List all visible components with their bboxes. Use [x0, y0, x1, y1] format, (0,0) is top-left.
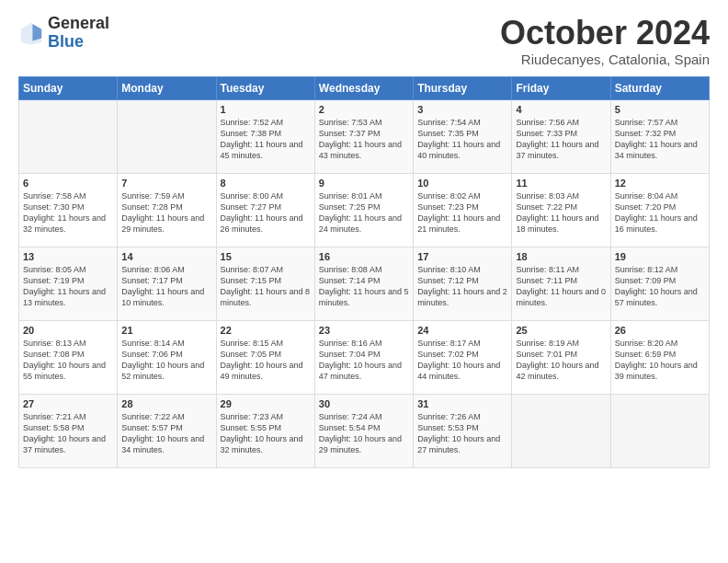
- day-info: Sunrise: 8:04 AM Sunset: 7:20 PM Dayligh…: [615, 190, 705, 236]
- day-info: Sunrise: 8:07 AM Sunset: 7:15 PM Dayligh…: [221, 264, 311, 309]
- day-number: 6: [23, 178, 113, 189]
- calendar-cell: 12Sunrise: 8:04 AM Sunset: 7:20 PM Dayli…: [610, 173, 709, 247]
- col-thursday: Thursday: [414, 76, 512, 99]
- calendar-cell: 31Sunrise: 7:26 AM Sunset: 5:53 PM Dayli…: [414, 394, 512, 467]
- day-number: 11: [516, 178, 606, 189]
- day-number: 31: [417, 398, 507, 409]
- day-number: 22: [221, 325, 311, 336]
- calendar-cell: 20Sunrise: 8:13 AM Sunset: 7:08 PM Dayli…: [19, 320, 118, 394]
- calendar-cell: 14Sunrise: 8:06 AM Sunset: 7:17 PM Dayli…: [118, 247, 216, 320]
- day-info: Sunrise: 7:53 AM Sunset: 7:37 PM Dayligh…: [319, 117, 409, 162]
- day-number: 4: [516, 104, 606, 115]
- day-info: Sunrise: 7:22 AM Sunset: 5:57 PM Dayligh…: [121, 411, 211, 456]
- day-number: 8: [221, 178, 311, 189]
- calendar-cell: 16Sunrise: 8:08 AM Sunset: 7:14 PM Dayli…: [314, 247, 413, 320]
- day-number: 21: [121, 325, 211, 336]
- day-number: 14: [121, 251, 211, 262]
- day-number: 26: [615, 325, 705, 336]
- calendar-cell: 17Sunrise: 8:10 AM Sunset: 7:12 PM Dayli…: [414, 247, 512, 320]
- calendar-cell: 9Sunrise: 8:01 AM Sunset: 7:25 PM Daylig…: [314, 173, 413, 247]
- calendar-cell: 4Sunrise: 7:56 AM Sunset: 7:33 PM Daylig…: [512, 99, 610, 173]
- day-number: 5: [615, 104, 705, 115]
- day-number: 7: [121, 178, 211, 189]
- month-title: October 2024: [500, 15, 710, 52]
- calendar-week-1: 1Sunrise: 7:52 AM Sunset: 7:38 PM Daylig…: [19, 99, 710, 173]
- day-number: 19: [615, 251, 705, 262]
- day-number: 24: [417, 325, 507, 336]
- day-info: Sunrise: 8:15 AM Sunset: 7:05 PM Dayligh…: [221, 338, 311, 383]
- day-info: Sunrise: 8:03 AM Sunset: 7:22 PM Dayligh…: [516, 190, 606, 236]
- day-info: Sunrise: 8:17 AM Sunset: 7:02 PM Dayligh…: [417, 338, 507, 383]
- calendar-cell: 22Sunrise: 8:15 AM Sunset: 7:05 PM Dayli…: [216, 320, 314, 394]
- day-info: Sunrise: 8:16 AM Sunset: 7:04 PM Dayligh…: [319, 338, 409, 383]
- calendar-cell: 27Sunrise: 7:21 AM Sunset: 5:58 PM Dayli…: [19, 394, 118, 467]
- day-number: 17: [417, 251, 507, 262]
- calendar-body: 1Sunrise: 7:52 AM Sunset: 7:38 PM Daylig…: [19, 99, 710, 467]
- day-info: Sunrise: 8:10 AM Sunset: 7:12 PM Dayligh…: [417, 264, 507, 309]
- calendar-cell: [610, 394, 709, 467]
- day-info: Sunrise: 8:19 AM Sunset: 7:01 PM Dayligh…: [516, 338, 606, 383]
- day-number: 12: [615, 178, 705, 189]
- day-number: 23: [319, 325, 409, 336]
- day-info: Sunrise: 7:56 AM Sunset: 7:33 PM Dayligh…: [516, 117, 606, 162]
- day-info: Sunrise: 8:12 AM Sunset: 7:09 PM Dayligh…: [615, 264, 705, 309]
- calendar-cell: 2Sunrise: 7:53 AM Sunset: 7:37 PM Daylig…: [314, 99, 413, 173]
- calendar-cell: 21Sunrise: 8:14 AM Sunset: 7:06 PM Dayli…: [118, 320, 216, 394]
- header: General Blue October 2024 Riudecanyes, C…: [18, 15, 710, 67]
- day-number: 29: [221, 398, 311, 409]
- calendar-cell: 28Sunrise: 7:22 AM Sunset: 5:57 PM Dayli…: [118, 394, 216, 467]
- calendar-cell: 7Sunrise: 7:59 AM Sunset: 7:28 PM Daylig…: [118, 173, 216, 247]
- calendar-cell: 1Sunrise: 7:52 AM Sunset: 7:38 PM Daylig…: [216, 99, 314, 173]
- day-info: Sunrise: 8:05 AM Sunset: 7:19 PM Dayligh…: [23, 264, 113, 309]
- logo-blue-text: Blue: [48, 33, 109, 52]
- calendar-cell: 5Sunrise: 7:57 AM Sunset: 7:32 PM Daylig…: [610, 99, 709, 173]
- day-number: 15: [221, 251, 311, 262]
- calendar-cell: 10Sunrise: 8:02 AM Sunset: 7:23 PM Dayli…: [414, 173, 512, 247]
- day-info: Sunrise: 8:14 AM Sunset: 7:06 PM Dayligh…: [121, 338, 211, 383]
- day-number: 9: [319, 178, 409, 189]
- day-number: 1: [221, 104, 311, 115]
- day-info: Sunrise: 8:06 AM Sunset: 7:17 PM Dayligh…: [121, 264, 211, 309]
- logo: General Blue: [18, 15, 109, 52]
- day-info: Sunrise: 8:01 AM Sunset: 7:25 PM Dayligh…: [319, 190, 409, 236]
- day-info: Sunrise: 7:26 AM Sunset: 5:53 PM Dayligh…: [417, 411, 507, 456]
- logo-text: General Blue: [48, 15, 109, 52]
- calendar-week-2: 6Sunrise: 7:58 AM Sunset: 7:30 PM Daylig…: [19, 173, 710, 247]
- page-container: General Blue October 2024 Riudecanyes, C…: [0, 0, 728, 477]
- calendar-cell: 3Sunrise: 7:54 AM Sunset: 7:35 PM Daylig…: [414, 99, 512, 173]
- col-wednesday: Wednesday: [314, 76, 413, 99]
- calendar-cell: 26Sunrise: 8:20 AM Sunset: 6:59 PM Dayli…: [610, 320, 709, 394]
- calendar-cell: 19Sunrise: 8:12 AM Sunset: 7:09 PM Dayli…: [610, 247, 709, 320]
- day-number: 13: [23, 251, 113, 262]
- calendar-cell: 23Sunrise: 8:16 AM Sunset: 7:04 PM Dayli…: [314, 320, 413, 394]
- day-number: 2: [319, 104, 409, 115]
- day-info: Sunrise: 8:20 AM Sunset: 6:59 PM Dayligh…: [615, 338, 705, 383]
- col-monday: Monday: [118, 76, 216, 99]
- day-number: 25: [516, 325, 606, 336]
- day-info: Sunrise: 7:54 AM Sunset: 7:35 PM Dayligh…: [417, 117, 507, 162]
- calendar-cell: [19, 99, 118, 173]
- calendar-cell: 29Sunrise: 7:23 AM Sunset: 5:55 PM Dayli…: [216, 394, 314, 467]
- calendar-week-5: 27Sunrise: 7:21 AM Sunset: 5:58 PM Dayli…: [19, 394, 710, 467]
- location-subtitle: Riudecanyes, Catalonia, Spain: [500, 52, 710, 67]
- calendar-cell: 24Sunrise: 8:17 AM Sunset: 7:02 PM Dayli…: [414, 320, 512, 394]
- header-row: Sunday Monday Tuesday Wednesday Thursday…: [19, 76, 710, 99]
- day-info: Sunrise: 7:21 AM Sunset: 5:58 PM Dayligh…: [23, 411, 113, 456]
- calendar-cell: 6Sunrise: 7:58 AM Sunset: 7:30 PM Daylig…: [19, 173, 118, 247]
- day-info: Sunrise: 8:11 AM Sunset: 7:11 PM Dayligh…: [516, 264, 606, 309]
- col-saturday: Saturday: [610, 76, 709, 99]
- day-info: Sunrise: 7:58 AM Sunset: 7:30 PM Dayligh…: [23, 190, 113, 236]
- calendar-week-3: 13Sunrise: 8:05 AM Sunset: 7:19 PM Dayli…: [19, 247, 710, 320]
- day-info: Sunrise: 8:13 AM Sunset: 7:08 PM Dayligh…: [23, 338, 113, 383]
- day-number: 27: [23, 398, 113, 409]
- logo-icon: [18, 20, 44, 46]
- day-number: 30: [319, 398, 409, 409]
- day-number: 3: [417, 104, 507, 115]
- calendar-cell: 8Sunrise: 8:00 AM Sunset: 7:27 PM Daylig…: [216, 173, 314, 247]
- calendar-cell: 15Sunrise: 8:07 AM Sunset: 7:15 PM Dayli…: [216, 247, 314, 320]
- logo-general-text: General: [48, 15, 109, 33]
- day-number: 28: [121, 398, 211, 409]
- calendar-week-4: 20Sunrise: 8:13 AM Sunset: 7:08 PM Dayli…: [19, 320, 710, 394]
- day-info: Sunrise: 7:52 AM Sunset: 7:38 PM Dayligh…: [221, 117, 311, 162]
- day-info: Sunrise: 7:57 AM Sunset: 7:32 PM Dayligh…: [615, 117, 705, 162]
